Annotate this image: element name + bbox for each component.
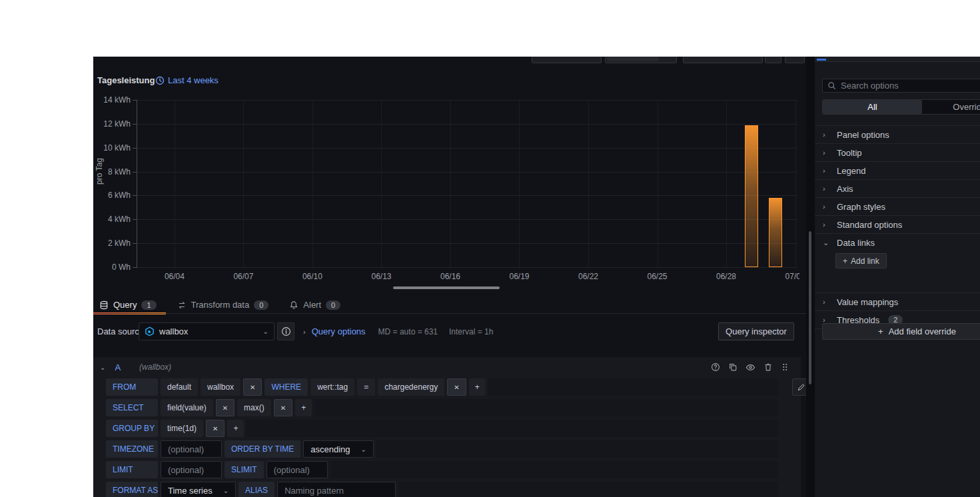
tab-transform-data[interactable]: Transform data0 <box>171 296 278 313</box>
select-format-as[interactable]: Time series⌄ <box>161 482 236 497</box>
keyword-timezone[interactable]: TIMEZONE <box>106 440 158 458</box>
input-limit[interactable]: (optional) <box>266 461 328 478</box>
drag-handle-icon[interactable] <box>781 362 789 372</box>
chevron-down-icon: ⌄ <box>223 487 229 494</box>
x-tick-label: 06/10 <box>299 272 326 281</box>
remove-button[interactable]: ✕ <box>216 399 235 416</box>
section-label: Legend <box>837 166 865 176</box>
trash-icon[interactable] <box>763 362 773 372</box>
eye-icon[interactable] <box>745 362 755 372</box>
row-filler <box>376 440 778 458</box>
x-tick-label: 06/04 <box>161 272 188 281</box>
filter-tab-all[interactable]: All <box>823 100 922 114</box>
edit-raw-query-button[interactable] <box>792 378 806 396</box>
horizontal-scrollbar[interactable] <box>393 286 500 289</box>
bell-icon <box>289 300 298 310</box>
duplicate-icon[interactable] <box>728 362 737 372</box>
input-timezone[interactable]: (optional) <box>161 440 222 458</box>
query-part[interactable]: default <box>161 378 198 396</box>
query-options-toggle[interactable]: › Query options MD = auto = 631 Interval… <box>303 326 493 336</box>
row-filler <box>488 378 778 396</box>
filter-tab-overrides[interactable]: Overrides <box>922 100 980 114</box>
query-row-from: FROMdefaultwallbox✕WHEREwert::tag=charge… <box>106 378 778 396</box>
grid-line <box>137 124 797 125</box>
section-graph-styles[interactable]: ›Graph styles <box>815 197 980 215</box>
section-tooltip[interactable]: ›Tooltip <box>815 143 980 161</box>
keyword-where[interactable]: WHERE <box>264 378 308 396</box>
grid-line <box>795 100 796 267</box>
input-format-as[interactable]: Naming pattern <box>277 482 396 497</box>
main-pane: ⌄ ↻ Tagesleistung Last 4 weeks pro Tag 1… <box>93 57 806 497</box>
tab-label: Query <box>113 300 137 310</box>
vertical-scrollbar[interactable] <box>809 231 811 384</box>
x-tick-label: 07/01 <box>782 272 799 281</box>
add-button[interactable]: + <box>469 378 486 396</box>
chevron-down-icon: ⌄ <box>100 364 105 371</box>
section-value-mappings[interactable]: ›Value mappings <box>815 292 980 310</box>
keyword-order-by-time[interactable]: ORDER BY TIME <box>225 440 300 458</box>
query-part[interactable]: wert::tag <box>310 378 354 396</box>
keyword-format-as[interactable]: FORMAT AS <box>106 482 158 497</box>
section-axis[interactable]: ›Axis <box>815 179 980 197</box>
bar-06/30[interactable] <box>769 198 782 267</box>
datasource-label: Data source <box>97 326 144 336</box>
options-search-input[interactable]: Search options <box>822 79 980 93</box>
select-timezone[interactable]: ascending⌄ <box>303 440 374 458</box>
query-card-header[interactable]: ⌄ A (wallbox) <box>93 357 801 377</box>
query-inspector-button[interactable]: Query inspector <box>718 322 794 340</box>
add-button[interactable]: + <box>295 399 312 416</box>
query-part[interactable]: chargedenergy <box>378 378 444 396</box>
section-panel-options[interactable]: ›Panel options <box>815 125 980 143</box>
tab-count-badge: 0 <box>254 300 268 310</box>
datasource-picker[interactable]: wallbox ⌄ <box>139 322 274 340</box>
keyword-select[interactable]: SELECT <box>106 399 158 416</box>
keyword-from[interactable]: FROM <box>106 378 158 396</box>
panel-title: Tagesleistung <box>97 75 155 85</box>
add-button[interactable]: + <box>227 420 244 437</box>
grid-line <box>137 195 797 196</box>
tab-query[interactable]: Query1 <box>93 296 166 313</box>
interval-value: Interval = 1h <box>449 327 493 336</box>
remove-button[interactable]: ✕ <box>447 378 466 396</box>
grid-line <box>312 100 313 267</box>
y-tick-label: 2 kWh <box>93 239 131 248</box>
help-icon[interactable] <box>711 362 720 372</box>
query-editor-rows: FROMdefaultwallbox✕WHEREwert::tag=charge… <box>106 378 778 497</box>
remove-button[interactable]: ✕ <box>274 399 292 416</box>
query-part[interactable]: wallbox <box>201 378 241 396</box>
grid-line <box>137 148 797 149</box>
section-legend[interactable]: ›Legend <box>815 161 980 179</box>
query-row-limit: LIMIT(optional)SLIMIT(optional) <box>106 461 778 478</box>
x-tick-label: 06/28 <box>713 272 739 281</box>
add-link-button[interactable]: +Add link <box>835 253 887 268</box>
grid-line <box>137 267 797 268</box>
clock-icon <box>155 76 165 85</box>
query-part[interactable]: = <box>357 378 375 396</box>
panel-time-range[interactable]: Last 4 weeks <box>155 75 219 85</box>
query-part[interactable]: time(1d) <box>161 420 203 437</box>
query-row-timezone: TIMEZONE(optional)ORDER BY TIMEascending… <box>106 440 778 458</box>
add-field-override-button[interactable]: + Add field override <box>822 323 980 340</box>
chevron-down-icon: ⌄ <box>263 328 268 335</box>
section-data-links[interactable]: ⌄Data links <box>815 233 980 251</box>
y-axis-title: pro Tag <box>95 175 104 185</box>
datasource-help-button[interactable] <box>277 322 294 340</box>
remove-button[interactable]: ✕ <box>243 378 262 396</box>
keyword-group-by[interactable]: GROUP BY <box>106 420 158 437</box>
options-filter-tabs: AllOverrides <box>822 99 980 115</box>
influxdb-logo-icon <box>145 326 155 336</box>
section-standard-options[interactable]: ›Standard options <box>815 215 980 233</box>
accent-mark <box>817 59 826 61</box>
keyword-alias[interactable]: ALIAS <box>239 482 274 497</box>
bar-06/29[interactable] <box>745 125 758 267</box>
query-part[interactable]: max() <box>237 399 271 416</box>
tab-alert[interactable]: Alert0 <box>283 296 350 313</box>
keyword-limit[interactable]: LIMIT <box>106 461 158 478</box>
section-label: Panel options <box>837 130 889 140</box>
input-limit[interactable]: (optional) <box>161 461 222 478</box>
query-part[interactable]: field(value) <box>161 399 213 416</box>
remove-button[interactable]: ✕ <box>206 420 225 437</box>
section-label: Graph styles <box>837 202 885 212</box>
query-card-actions <box>711 362 789 372</box>
keyword-slimit[interactable]: SLIMIT <box>225 461 264 478</box>
